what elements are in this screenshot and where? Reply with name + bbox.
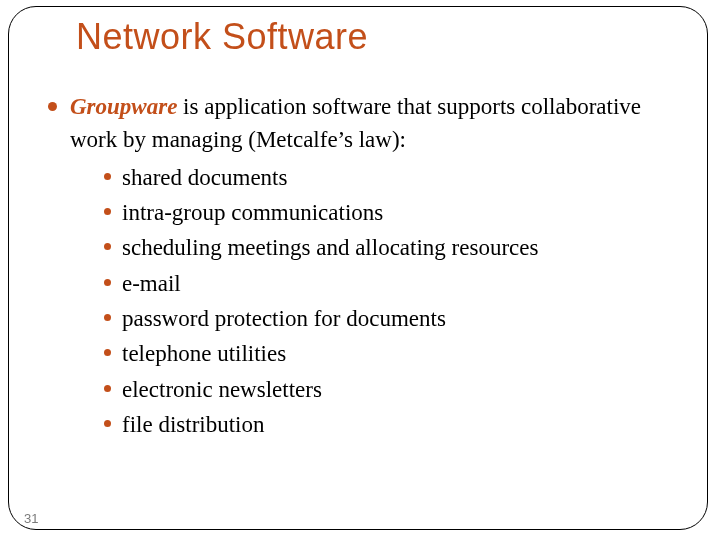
list-item: shared documents [104,161,678,194]
lead-term: Groupware [70,94,177,119]
lead-bullet: Groupware is application software that s… [48,90,678,441]
list-item: e-mail [104,267,678,300]
slide-title: Network Software [76,16,368,58]
bullet-icon [104,314,111,321]
page-number: 31 [24,511,38,526]
list-item: intra-group communications [104,196,678,229]
list-item-text: e-mail [122,271,181,296]
list-item-text: scheduling meetings and allocating resou… [122,235,538,260]
list-item-text: shared documents [122,165,287,190]
list-item: telephone utilities [104,337,678,370]
bullet-icon [104,173,111,180]
bullet-icon [104,243,111,250]
sublist: shared documents intra-group communicati… [104,161,678,442]
list-item-text: intra-group communications [122,200,383,225]
bullet-icon [48,102,57,111]
list-item: scheduling meetings and allocating resou… [104,231,678,264]
bullet-icon [104,349,111,356]
bullet-icon [104,420,111,427]
list-item-text: electronic newsletters [122,377,322,402]
list-item-text: telephone utilities [122,341,286,366]
list-item-text: password protection for documents [122,306,446,331]
list-item: electronic newsletters [104,373,678,406]
list-item: password protection for documents [104,302,678,335]
bullet-icon [104,208,111,215]
slide-content: Groupware is application software that s… [48,90,678,449]
bullet-icon [104,385,111,392]
bullet-icon [104,279,111,286]
list-item-text: file distribution [122,412,264,437]
list-item: file distribution [104,408,678,441]
